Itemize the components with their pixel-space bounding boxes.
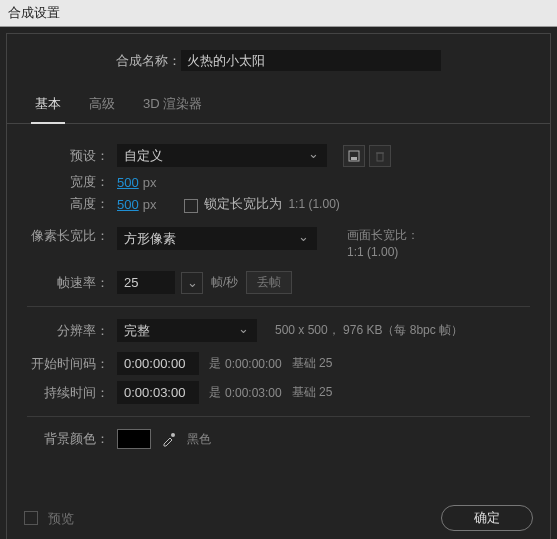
divider-2: [27, 416, 530, 417]
tabs: 基本 高级 3D 渲染器: [7, 89, 550, 124]
frame-aspect-block: 画面长宽比： 1:1 (1.00): [347, 227, 419, 259]
frame-aspect-label: 画面长宽比：: [347, 228, 419, 242]
delete-preset-icon: [369, 145, 391, 167]
duration-isval: 0:00:03:00: [225, 386, 282, 400]
duration-base: 基础 25: [292, 384, 333, 401]
start-tc-is: 是: [209, 355, 221, 372]
preview-checkbox[interactable]: [24, 511, 38, 525]
window-title: 合成设置: [8, 5, 60, 20]
resolution-info: 500 x 500， 976 KB（每 8bpc 帧）: [275, 322, 463, 339]
lock-aspect-label: 锁定长宽比为: [204, 195, 282, 213]
lock-aspect-ratio: 1:1 (1.00): [288, 197, 339, 211]
resolution-select[interactable]: [117, 319, 257, 342]
preview-label: 预览: [48, 511, 74, 526]
start-tc-isval: 0:00:00:00: [225, 357, 282, 371]
ok-button[interactable]: 确定: [441, 505, 533, 531]
height-unit: px: [143, 197, 157, 212]
width-unit: px: [143, 175, 157, 190]
dialog-panel: 合成名称： 基本 高级 3D 渲染器 预设： 宽度： 500 px: [6, 33, 551, 539]
preset-label: 预设：: [27, 147, 117, 165]
comp-name-input[interactable]: [181, 50, 441, 71]
eyedropper-icon[interactable]: [161, 431, 177, 447]
preset-select[interactable]: [117, 144, 327, 167]
tab-advanced[interactable]: 高级: [85, 89, 119, 123]
start-tc-label: 开始时间码：: [27, 355, 117, 373]
fps-unit: 帧/秒: [211, 274, 238, 291]
height-label: 高度：: [27, 195, 117, 213]
preview-block: 预览: [24, 509, 74, 528]
duration-label: 持续时间：: [27, 384, 117, 402]
dropframe-select: 丢帧: [246, 271, 292, 294]
save-preset-icon[interactable]: [343, 145, 365, 167]
tab-basic[interactable]: 基本: [31, 89, 65, 123]
fps-label: 帧速率：: [27, 274, 117, 292]
svg-rect-2: [377, 153, 383, 161]
tab-3d-renderer[interactable]: 3D 渲染器: [139, 89, 206, 123]
lock-aspect-checkbox[interactable]: [184, 199, 198, 213]
window-titlebar: 合成设置: [0, 0, 557, 27]
fps-dropdown-icon[interactable]: ⌄: [181, 272, 203, 294]
duration-input[interactable]: [117, 381, 199, 404]
svg-point-4: [171, 433, 175, 437]
bg-swatch[interactable]: [117, 429, 151, 449]
bg-label: 背景颜色：: [27, 430, 117, 448]
width-label: 宽度：: [27, 173, 117, 191]
frame-aspect-value: 1:1 (1.00): [347, 245, 398, 259]
resolution-label: 分辨率：: [27, 322, 117, 340]
start-tc-base: 基础 25: [292, 355, 333, 372]
comp-name-label: 合成名称：: [116, 52, 181, 70]
par-label: 像素长宽比：: [27, 227, 117, 245]
duration-is: 是: [209, 384, 221, 401]
fps-value[interactable]: [117, 271, 175, 294]
bg-name: 黑色: [187, 431, 211, 448]
width-value[interactable]: 500: [117, 175, 139, 190]
height-value[interactable]: 500: [117, 197, 139, 212]
start-tc-input[interactable]: [117, 352, 199, 375]
svg-rect-1: [351, 157, 357, 160]
par-select[interactable]: [117, 227, 317, 250]
divider-1: [27, 306, 530, 307]
